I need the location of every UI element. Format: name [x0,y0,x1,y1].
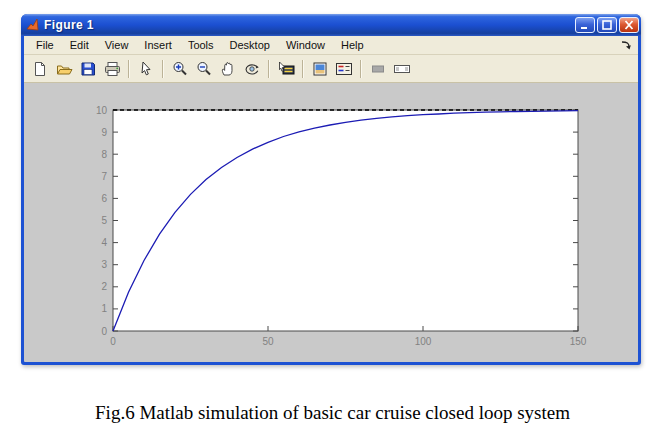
toolbar-separator [268,60,270,78]
data-cursor-icon[interactable] [275,58,297,79]
show-plot-tools-icon[interactable] [391,58,413,79]
pan-hand-icon[interactable] [217,58,239,79]
y-tick-label: 9 [101,127,107,138]
window-title: Figure 1 [44,18,571,32]
y-tick-label: 7 [101,171,107,182]
maximize-button[interactable] [597,17,617,33]
y-tick-label: 5 [101,215,107,226]
menu-item-insert[interactable]: Insert [136,38,180,52]
close-button[interactable] [619,17,639,33]
toolbar-separator [128,60,130,78]
y-tick-label: 4 [101,237,107,248]
matlab-logo-icon [25,18,40,33]
y-tick-label: 3 [101,259,107,270]
menu-bar: FileEditViewInsertToolsDesktopWindowHelp [24,36,638,55]
new-document-icon[interactable] [29,58,51,79]
x-tick-label: 150 [570,336,587,347]
toolbar [24,55,638,83]
menu-item-tools[interactable]: Tools [180,38,222,52]
open-folder-icon[interactable] [53,58,75,79]
menu-item-view[interactable]: View [97,38,137,52]
dock-arrow-icon[interactable] [621,40,634,50]
menu-item-window[interactable]: Window [278,38,333,52]
window-controls [575,17,639,33]
toolbar-separator [162,60,164,78]
y-tick-label: 0 [101,326,107,337]
menu-item-desktop[interactable]: Desktop [222,38,278,52]
rotate-3d-icon[interactable] [241,58,263,79]
figure-canvas: 012345678910050100150 [24,83,638,362]
y-tick-label: 2 [101,281,107,292]
insert-legend-icon[interactable] [333,58,355,79]
y-tick-label: 10 [96,105,108,116]
x-tick-label: 0 [110,336,116,347]
x-tick-label: 50 [262,336,274,347]
y-tick-label: 1 [101,303,107,314]
figure-window: Figure 1 FileEditViewInsertToolsDesktopW… [21,14,641,365]
save-icon[interactable] [77,58,99,79]
print-icon[interactable] [101,58,123,79]
edit-plot-cursor-icon[interactable] [135,58,157,79]
figure-caption: Fig.6 Matlab simulation of basic car cru… [0,402,665,424]
menu-item-help[interactable]: Help [333,38,372,52]
plot-area[interactable]: 012345678910050100150 [113,110,578,331]
zoom-out-icon[interactable] [193,58,215,79]
y-tick-label: 8 [101,149,107,160]
x-tick-label: 100 [415,336,432,347]
minimize-button[interactable] [575,17,595,33]
axes-box [113,110,578,331]
insert-colorbar-icon[interactable] [309,58,331,79]
toolbar-separator [360,60,362,78]
y-tick-label: 6 [101,193,107,204]
menu-item-edit[interactable]: Edit [62,38,97,52]
menu-items: FileEditViewInsertToolsDesktopWindowHelp [28,38,372,52]
hide-plot-tools-icon[interactable] [367,58,389,79]
zoom-in-icon[interactable] [169,58,191,79]
toolbar-separator [302,60,304,78]
title-bar[interactable]: Figure 1 [21,14,641,36]
page: Figure 1 FileEditViewInsertToolsDesktopW… [0,0,665,442]
menu-item-file[interactable]: File [28,38,62,52]
